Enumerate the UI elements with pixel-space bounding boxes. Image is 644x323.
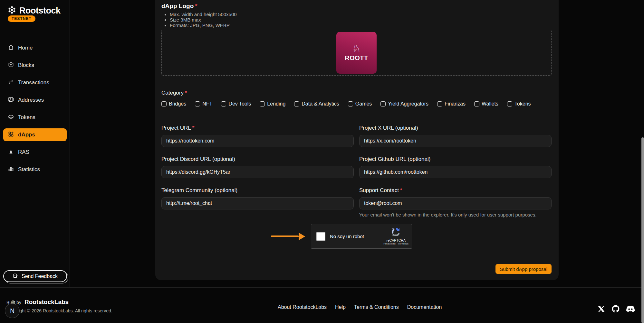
checkbox[interactable]	[507, 101, 512, 106]
category-option-dev-tools[interactable]: Dev Tools	[221, 101, 251, 107]
sidebar-item-transactions[interactable]: Transactions	[3, 76, 67, 89]
scrollbar-thumb[interactable]	[641, 137, 644, 323]
telegram-label: Telegram Community (optional)	[161, 187, 354, 194]
sidebar-item-label: Tokens	[18, 114, 35, 121]
support-contact-field: Support Contact* Your email won't be sho…	[359, 187, 552, 217]
recaptcha-widget: No soy un robot reCAPTCHA Privaci	[311, 224, 412, 249]
mountain-icon	[8, 148, 14, 156]
required-asterisk: *	[192, 125, 195, 131]
sidebar-item-blocks[interactable]: Blocks	[3, 59, 67, 72]
id-card-icon	[8, 96, 14, 104]
required-asterisk: *	[185, 90, 187, 96]
footer-link-about[interactable]: About RootstockLabs	[278, 304, 327, 310]
category-label: Category*	[161, 90, 552, 96]
social-links	[598, 305, 635, 313]
send-feedback-label: Send Feedback	[22, 273, 58, 279]
logo-requirement: Size 3MB max	[170, 17, 552, 23]
sidebar-item-home[interactable]: Home	[3, 42, 67, 54]
sidebar-item-addresses[interactable]: Addresses	[3, 94, 67, 106]
submit-dapp-proposal-button[interactable]: Submit dApp proposal	[495, 264, 552, 274]
sidebar-item-label: Blocks	[18, 62, 34, 69]
support-contact-label: Support Contact*	[359, 187, 552, 194]
project-url-field: Project URL*	[161, 125, 354, 147]
logo-ticker: ROOTT	[345, 54, 368, 62]
testnet-badge: TESTNET	[8, 15, 35, 22]
support-contact-input[interactable]	[359, 197, 552, 209]
checkbox[interactable]	[195, 101, 200, 106]
discord-url-input[interactable]	[161, 166, 354, 178]
project-x-url-field: Project X URL (optional)	[359, 125, 552, 147]
sidebar-item-statistics[interactable]: Statistics	[3, 163, 67, 176]
brand-name: Rootstock	[19, 6, 61, 16]
home-icon	[8, 44, 14, 52]
sidebar-item-label: Transactions	[18, 79, 49, 86]
footer-left: Built by RootstockLabs Copyright © 2026 …	[6, 299, 112, 313]
recaptcha-checkbox[interactable]	[316, 232, 325, 241]
checkbox[interactable]	[474, 101, 479, 106]
recaptcha-logo-icon	[391, 227, 400, 238]
checkbox[interactable]	[260, 101, 265, 106]
recaptcha-privacy-terms[interactable]: Privacidad - Términos	[383, 242, 409, 245]
support-contact-helper: Your email won't be shown in the explore…	[359, 212, 552, 217]
category-option-finanzas[interactable]: Finanzas	[437, 101, 466, 107]
avatar-widget-button[interactable]: N	[5, 303, 20, 318]
send-feedback-button[interactable]: Send Feedback	[3, 270, 67, 282]
checkbox[interactable]	[161, 101, 167, 106]
feedback-pen-icon	[13, 273, 18, 280]
discord-url-field: Project Discord URL (optional)	[161, 156, 354, 178]
copyright-text: Copyright © 2026 RootstockLabs. All righ…	[6, 308, 112, 313]
category-options: Bridges NFT Dev Tools Lending Data & Ana…	[161, 101, 552, 107]
telegram-input[interactable]	[161, 197, 354, 209]
logo-requirement: Max. width and height 500x500	[170, 12, 552, 17]
category-option-data-analytics[interactable]: Data & Analytics	[294, 101, 339, 107]
recaptcha-label: No soy un robot	[330, 234, 364, 239]
discord-url-label: Project Discord URL (optional)	[161, 156, 354, 163]
bar-chart-icon	[8, 166, 14, 174]
x-twitter-icon[interactable]	[598, 305, 605, 313]
category-option-wallets[interactable]: Wallets	[474, 101, 498, 107]
sidebar-item-label: Home	[18, 45, 33, 51]
cube-icon	[8, 61, 14, 69]
checkbox[interactable]	[380, 101, 386, 106]
footer-link-documentation[interactable]: Documentation	[407, 304, 442, 310]
footer-link-terms[interactable]: Terms & Conditions	[354, 304, 399, 310]
dapps-grid-icon	[8, 131, 14, 139]
logo-requirement: Formats: JPG, PNG, WEBP	[170, 23, 552, 28]
page: Rootstock TESTNET Home Blocks Transactio…	[0, 0, 644, 323]
rootstocklabs-brand[interactable]: RootstockLabs	[24, 299, 69, 306]
checkbox[interactable]	[221, 101, 226, 106]
project-x-url-label: Project X URL (optional)	[359, 125, 552, 132]
checkbox[interactable]	[348, 101, 353, 106]
checkbox[interactable]	[294, 101, 299, 106]
category-option-games[interactable]: Games	[348, 101, 372, 107]
logo-upload-dropzone[interactable]: ♘ ROOTT	[161, 30, 552, 76]
sidebar: Rootstock TESTNET Home Blocks Transactio…	[0, 0, 70, 287]
sidebar-item-label: dApps	[18, 132, 35, 138]
sidebar-item-label: RAS	[18, 149, 29, 155]
category-option-lending[interactable]: Lending	[260, 101, 285, 107]
category-option-yield-aggregators[interactable]: Yield Aggregators	[380, 101, 428, 107]
project-url-label: Project URL*	[161, 125, 354, 132]
recaptcha-branding: reCAPTCHA Privacidad - Términos	[383, 227, 409, 245]
category-option-nft[interactable]: NFT	[195, 101, 212, 107]
sidebar-item-dapps[interactable]: dApps	[3, 128, 67, 141]
github-icon[interactable]	[612, 305, 620, 313]
rootstock-logo[interactable]: Rootstock	[7, 5, 61, 16]
footer-links: About RootstockLabs Help Terms & Conditi…	[278, 304, 442, 310]
sidebar-item-tokens[interactable]: Tokens	[3, 111, 67, 124]
captcha-row: No soy un robot reCAPTCHA Privaci	[161, 224, 552, 249]
project-url-input[interactable]	[161, 135, 354, 147]
category-option-tokens[interactable]: Tokens	[507, 101, 531, 107]
dapp-logo-label: dApp Logo*	[161, 3, 552, 10]
logo-requirements: Max. width and height 500x500 Size 3MB m…	[161, 12, 552, 28]
logo-preview: ♘ ROOTT	[336, 32, 377, 74]
footer-link-help[interactable]: Help	[335, 304, 346, 310]
project-x-url-input[interactable]	[359, 135, 552, 147]
category-option-bridges[interactable]: Bridges	[161, 101, 186, 107]
sidebar-item-label: Addresses	[18, 97, 44, 103]
discord-icon[interactable]	[626, 306, 635, 312]
checkbox[interactable]	[437, 101, 442, 106]
footer-divider	[0, 287, 644, 288]
github-url-input[interactable]	[359, 166, 552, 178]
sidebar-item-ras[interactable]: RAS	[3, 146, 67, 159]
